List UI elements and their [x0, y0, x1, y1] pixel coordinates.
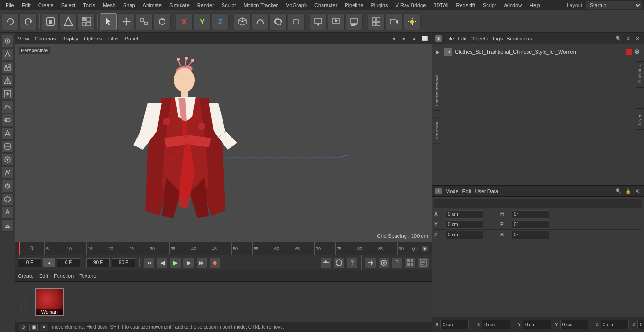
- attr-b-input[interactable]: [512, 231, 549, 239]
- sidebar-tool-9[interactable]: [1, 140, 14, 153]
- viewport-menu-view[interactable]: View: [18, 36, 29, 41]
- select-tool-button[interactable]: [100, 13, 117, 30]
- x-axis-button[interactable]: X: [176, 13, 193, 30]
- attr-p-input[interactable]: [512, 220, 549, 229]
- viewport-menu-cameras[interactable]: Cameras: [35, 36, 56, 41]
- menu-simulate[interactable]: Simulate: [165, 1, 193, 9]
- om-menu-bookmarks[interactable]: Bookmarks: [506, 36, 532, 41]
- content-browser-tab[interactable]: Content Browser: [433, 71, 441, 111]
- cube-object-button[interactable]: [234, 13, 251, 30]
- render-region-button[interactable]: [310, 13, 327, 30]
- rotate-tool-button[interactable]: [154, 13, 171, 30]
- sidebar-tool-8[interactable]: [1, 127, 14, 139]
- menu-motion-tracker[interactable]: Motion Tracker: [239, 1, 281, 9]
- attr-z-input[interactable]: [446, 231, 483, 239]
- transport-record[interactable]: ⏺: [209, 257, 221, 268]
- coord-y-input[interactable]: [523, 320, 551, 329]
- sidebar-tool-7[interactable]: [1, 114, 14, 126]
- move-tool-button[interactable]: [118, 13, 135, 30]
- menu-redshift[interactable]: Redshift: [453, 1, 479, 9]
- om-menu-edit[interactable]: Edit: [458, 36, 467, 41]
- sidebar-tool-1[interactable]: [1, 35, 14, 47]
- attr-close-icon[interactable]: ✕: [634, 187, 641, 195]
- nurbs-button[interactable]: [270, 13, 287, 30]
- coord-z2-input[interactable]: [637, 320, 644, 329]
- y-axis-button[interactable]: Y: [194, 13, 211, 30]
- menu-animate[interactable]: Animate: [139, 1, 165, 9]
- polygon-mode-button[interactable]: [78, 13, 95, 30]
- material-menu-edit[interactable]: Edit: [39, 273, 48, 279]
- status-icon-close[interactable]: ✕: [40, 324, 48, 331]
- menu-sculpt[interactable]: Sculpt: [218, 1, 240, 9]
- transport-motion[interactable]: [418, 257, 429, 268]
- attr-h-input[interactable]: [512, 210, 549, 219]
- om-menu-objects[interactable]: Objects: [471, 36, 488, 41]
- material-swatch-woman[interactable]: Woman: [35, 288, 64, 316]
- menu-3dtall[interactable]: 3DTAll: [429, 1, 452, 9]
- transport-snap[interactable]: [320, 257, 331, 268]
- z-axis-button[interactable]: Z: [212, 13, 229, 30]
- transport-end-input-1[interactable]: [86, 258, 110, 267]
- sidebar-tool-2[interactable]: [1, 48, 14, 60]
- coord-z-input[interactable]: [601, 320, 629, 329]
- sidebar-tool-3[interactable]: [1, 61, 14, 73]
- coord-y2-input[interactable]: [560, 320, 588, 329]
- transport-grid[interactable]: [405, 257, 416, 268]
- viewport-icon-arrow-left[interactable]: ◄: [389, 34, 398, 43]
- layers-side-tab[interactable]: Layers: [636, 108, 644, 130]
- viewport-icon-maximize[interactable]: ⬜: [421, 34, 429, 43]
- scale-tool-button[interactable]: [136, 13, 153, 30]
- material-menu-function[interactable]: Function: [54, 273, 74, 279]
- transport-start-input[interactable]: [18, 258, 41, 267]
- attr-search-icon[interactable]: 🔍: [615, 187, 622, 195]
- render-settings-button[interactable]: [346, 13, 363, 30]
- object-item-clothes[interactable]: ▶ L0 Clothes_Set_Traditional_Chinese_Sty…: [434, 46, 642, 57]
- transport-autokey[interactable]: P: [391, 257, 403, 268]
- om-menu-file[interactable]: File: [446, 36, 454, 41]
- viewport-menu-options[interactable]: Options: [84, 36, 102, 41]
- om-close-icon[interactable]: ✕: [634, 35, 641, 42]
- edge-mode-button[interactable]: [60, 13, 77, 30]
- menu-plugins[interactable]: Plugins: [367, 1, 391, 9]
- menu-vray[interactable]: V-Ray Bridge: [392, 1, 430, 9]
- spline-button[interactable]: [252, 13, 269, 30]
- menu-create[interactable]: Create: [34, 1, 58, 9]
- menu-mograph[interactable]: MoGraph: [281, 1, 311, 9]
- transport-current-input[interactable]: [57, 258, 80, 267]
- timeline-dropdown-btn[interactable]: ▼: [421, 245, 428, 252]
- sidebar-tool-14[interactable]: [1, 206, 14, 219]
- viewport-icon-arrow-right[interactable]: ►: [400, 34, 408, 43]
- om-menu-tags[interactable]: Tags: [492, 36, 503, 41]
- sidebar-tool-13[interactable]: [1, 193, 14, 205]
- attr-menu-edit[interactable]: Edit: [462, 188, 471, 194]
- deformer-button[interactable]: [288, 13, 305, 30]
- sidebar-tool-10[interactable]: [1, 154, 14, 166]
- viewport-menu-filter[interactable]: Filter: [107, 36, 119, 41]
- om-search-icon[interactable]: 🔍: [615, 35, 622, 42]
- sidebar-tool-6[interactable]: [1, 101, 14, 113]
- camera-button[interactable]: [386, 13, 403, 30]
- redo-button[interactable]: [20, 13, 37, 30]
- status-icon-2[interactable]: ▣: [29, 324, 38, 331]
- transport-to-start[interactable]: ⏮: [143, 257, 155, 268]
- menu-edit[interactable]: Edit: [18, 1, 34, 9]
- menu-tools[interactable]: Tools: [79, 1, 99, 9]
- sidebar-tool-5[interactable]: [1, 88, 14, 100]
- menu-render[interactable]: Render: [193, 1, 218, 9]
- om-settings-icon[interactable]: ⚙: [624, 35, 632, 42]
- timeline-playhead[interactable]: [19, 242, 20, 255]
- viewport-menu-panel[interactable]: Panel: [125, 36, 138, 41]
- menu-mesh[interactable]: Mesh: [99, 1, 119, 9]
- coord-x-input[interactable]: [440, 320, 469, 329]
- status-icon-1[interactable]: ⊙: [19, 324, 27, 331]
- menu-select[interactable]: Select: [58, 1, 80, 9]
- attr-menu-userdata[interactable]: User Data: [475, 188, 499, 194]
- model-mode-button[interactable]: [42, 13, 59, 30]
- front-view-button[interactable]: [368, 13, 385, 30]
- transport-link[interactable]: [365, 257, 376, 268]
- material-menu-create[interactable]: Create: [18, 273, 33, 279]
- menu-window[interactable]: Window: [500, 1, 526, 9]
- render-button[interactable]: [328, 13, 345, 30]
- viewport-icon-arrow-up[interactable]: ▲: [410, 34, 419, 43]
- transport-to-end[interactable]: ⏭: [196, 257, 207, 268]
